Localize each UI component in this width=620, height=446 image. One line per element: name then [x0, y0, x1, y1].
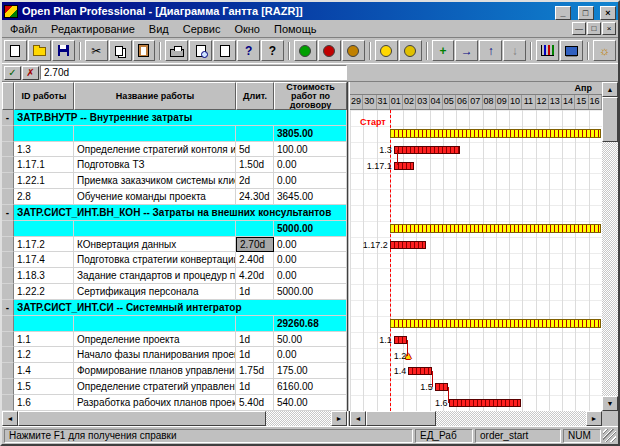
- row-marker[interactable]: -: [2, 110, 14, 126]
- task-duration[interactable]: 2.70d: [236, 237, 274, 253]
- menu-tools[interactable]: Сервис: [176, 21, 228, 37]
- task-duration[interactable]: [236, 316, 274, 332]
- task-duration[interactable]: 5.40d: [236, 395, 274, 411]
- id-column-header[interactable]: ID работы: [14, 82, 74, 110]
- task-id[interactable]: 1.5: [14, 379, 74, 395]
- task-bar[interactable]: [394, 146, 460, 154]
- section-title[interactable]: ЗАТР.СИСТ_ИНТ.СИ -- Системный интегратор: [14, 300, 347, 316]
- menu-file[interactable]: Файл: [3, 21, 44, 37]
- confirm-edit-button[interactable]: ✓: [4, 66, 21, 80]
- app-icon[interactable]: [4, 5, 18, 18]
- task-id[interactable]: 1.18.3: [14, 268, 74, 284]
- task-id[interactable]: [14, 126, 74, 142]
- table-row[interactable]: 1.5Определение стратегий управления и1d6…: [2, 379, 347, 395]
- task-duration[interactable]: 4.20d: [236, 268, 274, 284]
- task-name[interactable]: [74, 316, 236, 332]
- table-hscrollbar[interactable]: ◄ ►: [2, 411, 347, 426]
- table-row[interactable]: 1.17.2КОнвертация данных2.70d0.00: [2, 237, 347, 253]
- task-name[interactable]: [74, 221, 236, 237]
- section-title[interactable]: ЗАТР.ВНУТР -- Внутренние затраты: [14, 110, 347, 126]
- resize-grip[interactable]: [603, 429, 616, 442]
- task-name[interactable]: Формирование планов управления: [74, 363, 236, 379]
- task-name[interactable]: Приемка заказчиком системы клиент: [74, 173, 236, 189]
- task-name[interactable]: Задание стандартов и процедур по д: [74, 268, 236, 284]
- task-duration[interactable]: 2.40d: [236, 252, 274, 268]
- task-name[interactable]: Определение проекта: [74, 332, 236, 348]
- barchart-view-button[interactable]: [536, 40, 559, 61]
- task-id[interactable]: 1.22.1: [14, 173, 74, 189]
- time-now-button[interactable]: [294, 40, 317, 61]
- page-setup-button[interactable]: [213, 40, 236, 61]
- mdi-restore-button[interactable]: □: [587, 22, 601, 35]
- save-button[interactable]: [52, 40, 75, 61]
- table-row[interactable]: 2.8Обучение команды проекта24.30d3645.00: [2, 189, 347, 205]
- task-id[interactable]: 1.3: [14, 142, 74, 158]
- task-bar[interactable]: [449, 399, 521, 407]
- task-name[interactable]: Определение стратегий контоля и отч: [74, 142, 236, 158]
- task-id[interactable]: 1.2: [14, 347, 74, 363]
- task-cost[interactable]: 0.00: [274, 237, 347, 253]
- paste-button[interactable]: [133, 40, 156, 61]
- task-bar[interactable]: [408, 367, 431, 375]
- table-row[interactable]: 29260.68: [2, 316, 347, 332]
- table-row[interactable]: -ЗАТР.СИСТ_ИНТ.СИ -- Системный интеграто…: [2, 300, 347, 316]
- table-scroll-right-button[interactable]: ►: [331, 411, 347, 426]
- task-id[interactable]: 1.4: [14, 363, 74, 379]
- menu-view[interactable]: Вид: [142, 21, 176, 37]
- task-id[interactable]: 1.17.4: [14, 252, 74, 268]
- task-name[interactable]: Подготовка стратегии конвертации: [74, 252, 236, 268]
- task-cost[interactable]: 3645.00: [274, 189, 347, 205]
- add-activity-button[interactable]: +: [432, 40, 455, 61]
- task-name[interactable]: Определение стратегий управления и: [74, 379, 236, 395]
- task-id[interactable]: [14, 316, 74, 332]
- task-name[interactable]: Подготовка ТЗ: [74, 157, 236, 173]
- vertical-scrollbar[interactable]: ▲ ▼: [602, 82, 618, 411]
- task-duration[interactable]: [236, 126, 274, 142]
- row-marker[interactable]: -: [2, 205, 14, 221]
- promote-button[interactable]: ↑: [479, 40, 502, 61]
- task-duration[interactable]: [236, 221, 274, 237]
- help-button[interactable]: ?: [237, 40, 260, 61]
- task-duration[interactable]: 5d: [236, 142, 274, 158]
- duration-column-header[interactable]: Длит.: [236, 82, 274, 110]
- cancel-edit-button[interactable]: ✗: [22, 66, 39, 80]
- time-analysis-button[interactable]: [318, 40, 341, 61]
- summary-bar[interactable]: [390, 129, 601, 138]
- demote-button[interactable]: ↓: [503, 40, 526, 61]
- menu-help[interactable]: Помощь: [267, 21, 324, 37]
- task-cost[interactable]: 29260.68: [274, 316, 347, 332]
- task-duration[interactable]: 1d: [236, 284, 274, 300]
- gantt-hscrollbar[interactable]: ◄ ►: [350, 411, 602, 426]
- scroll-up-button[interactable]: ▲: [602, 82, 618, 97]
- task-id[interactable]: 1.22.2: [14, 284, 74, 300]
- gantt-scroll-left-button[interactable]: ◄: [350, 411, 366, 426]
- task-bar[interactable]: [435, 383, 448, 391]
- table-row[interactable]: 5000.00: [2, 221, 347, 237]
- mdi-close-button[interactable]: ×: [602, 22, 616, 35]
- table-row[interactable]: 1.22.1Приемка заказчиком системы клиент2…: [2, 173, 347, 189]
- table-row[interactable]: 1.17.4Подготовка стратегии конвертации2.…: [2, 252, 347, 268]
- row-marker[interactable]: -: [2, 300, 14, 316]
- task-id[interactable]: 1.17.2: [14, 237, 74, 253]
- table-row[interactable]: 1.2Начало фазы планирования проекта1d0.0…: [2, 347, 347, 363]
- new-button[interactable]: [4, 40, 27, 61]
- table-row[interactable]: 1.6Разработка рабочих планов проекта5.40…: [2, 395, 347, 411]
- table-scroll-thumb[interactable]: [18, 411, 266, 426]
- monitor-view-button[interactable]: [560, 40, 583, 61]
- table-row[interactable]: 1.4Формирование планов управления1.75d17…: [2, 363, 347, 379]
- task-bar[interactable]: [390, 241, 426, 249]
- task-cost[interactable]: 0.00: [274, 268, 347, 284]
- mdi-minimize-button[interactable]: —: [572, 22, 586, 35]
- print-button[interactable]: [165, 40, 188, 61]
- table-row[interactable]: 1.22.2Сертификация персонала1d5000.00: [2, 284, 347, 300]
- table-row[interactable]: 1.3Определение стратегий контоля и отч5d…: [2, 142, 347, 158]
- menu-edit[interactable]: Редактирование: [44, 21, 142, 37]
- task-cost[interactable]: 6160.00: [274, 379, 347, 395]
- task-duration[interactable]: 24.30d: [236, 189, 274, 205]
- gantt-scroll-track[interactable]: [366, 411, 586, 426]
- clock-button[interactable]: [375, 40, 398, 61]
- task-cost[interactable]: 5000.00: [274, 284, 347, 300]
- table-row[interactable]: 3805.00: [2, 126, 347, 142]
- task-cost[interactable]: 0.00: [274, 157, 347, 173]
- task-id[interactable]: 2.8: [14, 189, 74, 205]
